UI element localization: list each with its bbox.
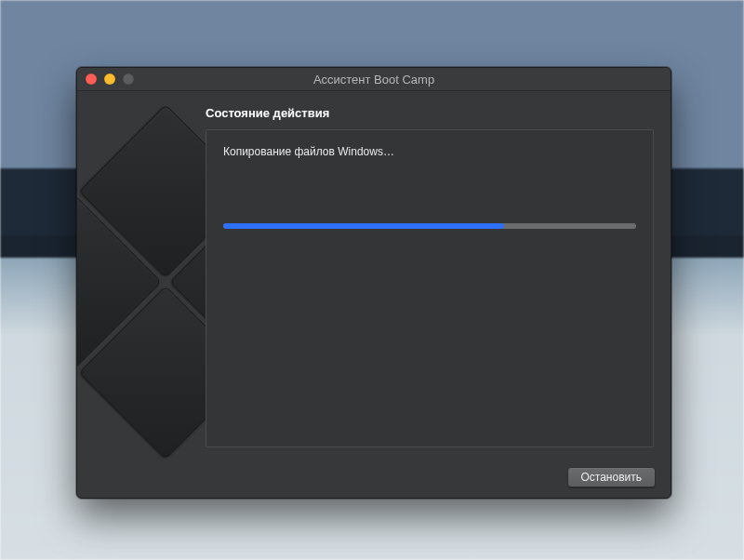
content-row: Состояние действия Копирование файлов Wi… (77, 91, 671, 457)
stop-button[interactable]: Остановить (567, 467, 657, 487)
minimize-icon[interactable] (104, 73, 115, 85)
main-column: Состояние действия Копирование файлов Wi… (206, 91, 671, 457)
window-controls (86, 73, 134, 85)
sidebar (77, 91, 206, 457)
section-heading: Состояние действия (206, 106, 654, 120)
progress-fill (223, 223, 504, 229)
footer: Остановить (77, 457, 671, 498)
bootcamp-assistant-window: Ассистент Boot Camp Состояние действия К… (76, 67, 671, 499)
close-icon[interactable] (86, 73, 97, 85)
zoom-icon (123, 73, 134, 85)
window-body: Состояние действия Копирование файлов Wi… (77, 91, 671, 498)
titlebar: Ассистент Boot Camp (77, 68, 671, 91)
progress-bar (223, 223, 636, 229)
window-title: Ассистент Boot Camp (77, 73, 671, 87)
status-panel: Копирование файлов Windows… (206, 129, 654, 447)
status-message: Копирование файлов Windows… (223, 145, 636, 158)
